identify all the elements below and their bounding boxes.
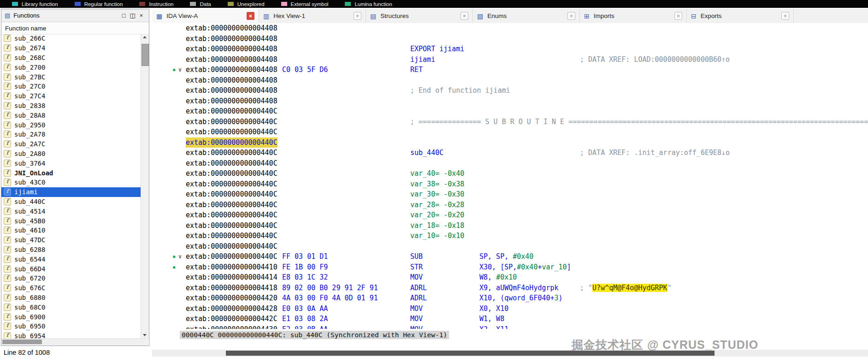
function-name: sub_268C <box>14 54 45 61</box>
tab-ida-view-a[interactable]: ▦IDA View-A× <box>152 9 259 23</box>
disassembly-line[interactable]: extab:0000000000004408 <box>152 34 868 44</box>
scroll-down-icon[interactable] <box>141 331 148 339</box>
function-row[interactable]: fsub_268C <box>1 53 148 63</box>
disassembly-line[interactable]: extab:0000000000004428E0 03 0A AAMOVX0, … <box>152 304 868 314</box>
functions-panel-titlebar[interactable]: ▤ Functions □◫× <box>1 9 149 22</box>
function-row[interactable]: fsub_6288 <box>1 245 148 255</box>
function-row[interactable]: fsub_2700 <box>1 62 148 72</box>
disassembly-line[interactable]: ●∨extab:000000000000440CFF 03 01 D1SUBSP… <box>152 251 868 262</box>
function-row[interactable]: fsub_6950 <box>1 322 148 331</box>
function-row[interactable]: fsub_27C0 <box>1 82 148 91</box>
scrollbar-thumb[interactable] <box>142 44 149 66</box>
disassembly-line[interactable]: extab:0000000000004408 <box>152 23 868 34</box>
disassembly-line[interactable]: extab:0000000000004408 <box>152 75 868 86</box>
restore-button[interactable]: □ <box>119 11 128 20</box>
function-row[interactable]: fsub_47DC <box>1 235 148 245</box>
disassembly-line[interactable]: extab:000000000000440Cvar_40= -0x40 <box>152 168 868 179</box>
disassembly-line[interactable]: extab:000000000000440Cvar_30= -0x30 <box>152 189 868 200</box>
disassembly-line[interactable]: extab:000000000000440Csub_440C; DATA XRE… <box>152 148 868 158</box>
disassembly-line[interactable]: extab:0000000000004430E2 03 0B AAMOVX2, … <box>152 324 868 329</box>
function-name: sub_2700 <box>14 64 45 71</box>
function-row[interactable]: fsub_68C0 <box>1 302 148 312</box>
function-row[interactable]: fsub_45B0 <box>1 216 148 226</box>
disassembly-line[interactable]: ●extab:0000000000004410FE 1B 00 F9STRX30… <box>152 262 868 273</box>
function-name: sub_4514 <box>14 208 45 215</box>
tab-close-icon[interactable]: × <box>247 12 254 20</box>
disassembly-line[interactable]: extab:0000000000004408ijiami; DATA XREF:… <box>152 54 868 65</box>
function-row[interactable]: fsub_3764 <box>1 158 148 168</box>
legend-item: External symbol <box>281 1 329 7</box>
function-name: sub_68C0 <box>14 304 45 311</box>
function-row[interactable]: fsub_4610 <box>1 226 148 235</box>
function-row[interactable]: fsub_2A7C <box>1 139 148 149</box>
disassembly-line[interactable]: extab:000000000000440C; =============== … <box>152 117 868 127</box>
function-row[interactable]: fsub_27C4 <box>1 91 148 101</box>
disassembly-line[interactable]: extab:000000000000440Cvar_38= -0x38 <box>152 179 868 190</box>
disassembly-line[interactable]: extab:000000000000440C <box>152 158 868 169</box>
functions-vertical-scrollbar[interactable] <box>141 34 149 339</box>
disassembly-line[interactable]: extab:00000000000044204A 03 00 F0 4A 0D … <box>152 293 868 304</box>
scrollbar-thumb[interactable] <box>2 340 42 344</box>
function-row[interactable]: fsub_4514 <box>1 206 148 216</box>
function-name: sub_28A8 <box>14 112 45 119</box>
function-row[interactable]: fijiami <box>1 187 148 197</box>
function-row[interactable]: fsub_676C <box>1 283 148 293</box>
tab-hex-view-1[interactable]: ▥Hex View-1× <box>259 9 366 23</box>
function-row[interactable]: fsub_440C <box>1 197 148 207</box>
disassembly-line[interactable]: extab:000000000000440Cvar_10= -0x10 <box>152 231 868 241</box>
functions-list[interactable]: fsub_266Cfsub_2674fsub_268Cfsub_2700fsub… <box>1 34 148 339</box>
float-button[interactable]: ◫ <box>128 11 137 20</box>
tab-close-icon[interactable]: × <box>781 12 789 20</box>
function-icon: f <box>4 322 11 330</box>
function-row[interactable]: fsub_266C <box>1 34 148 43</box>
function-name-column-header[interactable]: Function name <box>1 22 149 35</box>
disassembly-line[interactable]: extab:000000000000440C <box>152 241 868 252</box>
disassembly-line[interactable]: extab:0000000000004414E8 03 1C 32MOVW8, … <box>152 272 868 283</box>
function-row[interactable]: fsub_2950 <box>1 120 148 130</box>
collapse-arrow-icon[interactable]: ∨ <box>178 251 182 262</box>
item-dot-icon: ● <box>173 65 175 75</box>
disassembly-line[interactable]: extab:0000000000004408 <box>152 96 868 107</box>
function-row[interactable]: fsub_2838 <box>1 101 148 111</box>
disassembly-line[interactable]: extab:000000000000440C <box>152 137 868 148</box>
disassembly-line[interactable]: ●∨extab:0000000000004408C0 03 5F D6RET <box>152 65 868 75</box>
scroll-up-icon[interactable] <box>141 34 148 41</box>
disassembly-line[interactable]: extab:0000000000004408EXPORT ijiami <box>152 44 868 54</box>
tab-exports[interactable]: ⊟Exports× <box>687 9 794 23</box>
function-row[interactable]: fsub_27BC <box>1 72 148 82</box>
collapse-arrow-icon[interactable]: ∨ <box>178 65 182 75</box>
function-row[interactable]: fsub_6900 <box>1 312 148 322</box>
functions-horizontal-scrollbar[interactable] <box>1 338 148 346</box>
disassembly-line[interactable]: extab:000000000000440C <box>152 127 868 137</box>
function-row[interactable]: fsub_6720 <box>1 274 148 283</box>
tab-structures[interactable]: ▤Structures× <box>366 9 473 23</box>
disassembly-line[interactable]: extab:000000000000440C <box>152 106 868 117</box>
function-row[interactable]: fsub_28A8 <box>1 110 148 120</box>
disassembly-line[interactable]: extab:000000000000441889 02 00 B0 29 91 … <box>152 283 868 293</box>
function-row[interactable]: fsub_2674 <box>1 43 148 53</box>
tab-enums[interactable]: ▧Enums× <box>473 9 580 23</box>
disassembly-line[interactable]: extab:000000000000442CE1 03 08 2AMOVW1, … <box>152 314 868 324</box>
disassembly-line[interactable]: extab:000000000000440Cvar_18= -0x18 <box>152 221 868 231</box>
function-row[interactable]: fsub_2A80 <box>1 149 148 159</box>
disassembly-horizontal-scrollbar[interactable] <box>152 350 868 357</box>
function-row[interactable]: fsub_6544 <box>1 254 148 264</box>
function-icon: f <box>4 198 11 205</box>
disassembly-line[interactable]: extab:000000000000440Cvar_28= -0x28 <box>152 200 868 210</box>
function-row[interactable]: fsub_6954 <box>1 331 148 339</box>
function-icon: f <box>4 304 11 311</box>
tab-close-icon[interactable]: × <box>674 12 682 20</box>
function-row[interactable]: fsub_43C0 <box>1 178 148 187</box>
disassembly-line[interactable]: extab:000000000000440Cvar_20= -0x20 <box>152 210 868 221</box>
function-row[interactable]: fJNI_OnLoad <box>1 168 148 178</box>
tab-close-icon[interactable]: × <box>567 12 575 20</box>
tab-imports[interactable]: ⊞Imports× <box>580 9 687 23</box>
tab-close-icon[interactable]: × <box>354 12 361 20</box>
function-row[interactable]: fsub_6880 <box>1 293 148 303</box>
disassembly-view[interactable]: extab:0000000000004408extab:000000000000… <box>152 23 868 329</box>
function-row[interactable]: fsub_66D4 <box>1 264 148 274</box>
tab-close-icon[interactable]: × <box>461 12 468 20</box>
function-row[interactable]: fsub_2A78 <box>1 130 148 139</box>
close-button[interactable]: × <box>137 11 146 20</box>
disassembly-line[interactable]: extab:0000000000004408; End of function … <box>152 85 868 96</box>
